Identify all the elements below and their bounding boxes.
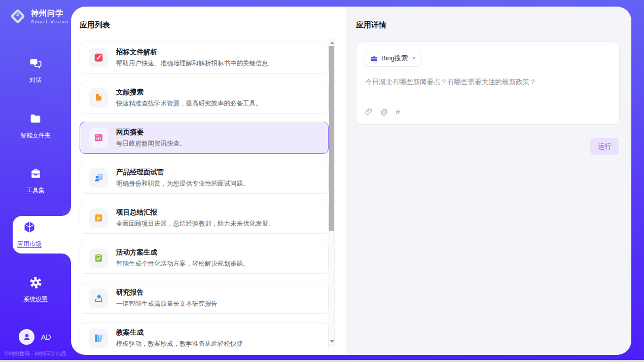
app-detail-title: 应用详情 [356,20,386,30]
app-name: 产品经理面试官 [116,168,249,177]
book-icon [89,88,108,107]
scroll-down-icon[interactable] [330,340,334,343]
main-content: 应用列表 招标文件解析 帮助用户快速、准确地理解和解析招标书中的关键信息 文献搜… [71,7,631,355]
app-desc: 每日政府新闻资讯快查。 [116,139,186,148]
app-name: 项目总结汇报 [116,208,275,217]
scroll-up-icon[interactable] [330,42,334,44]
chip-close-icon[interactable]: × [412,55,416,62]
person-icon [21,332,32,343]
prompt-card: Bing搜索 × 今日湖北有哪些新闻要点？有哪些需要关注的最新政策？ @ # [356,42,620,125]
app-desc: 模板驱动，教案秒成，教学准备从此轻松快捷 [116,340,243,348]
brand-logo: 神州问学 Smart Vision [8,7,69,26]
sidebar-item-label: 工具集 [0,186,71,195]
sidebar-item-settings[interactable]: 系统设置 [0,276,71,304]
app-card[interactable]: 教案生成 模板驱动，教案秒成，教学准备从此轻松快捷 [80,322,329,351]
app-card[interactable]: 文献搜索 快速精准查找学术资源，提高研究效率的必备工具。 [80,82,329,114]
app-desc: 明确身份和职责，为您提供专业性的面试问题。 [116,179,249,188]
app-name: 文献搜索 [116,88,262,97]
sidebar-item-chat[interactable]: 对话 [0,57,71,85]
app-card[interactable]: 招标文件解析 帮助用户快速、准确地理解和解析招标书中的关键信息 [80,42,329,74]
folder-icon [29,112,43,126]
composer-toolbar: @ # [365,107,400,116]
sidebar-item-label: 对话 [0,76,71,85]
app-name: 研究报告 [116,288,218,297]
app-desc: 帮助用户快速、准确地理解和解析招标书中的关键信息 [116,59,268,68]
app-desc: 一键智能生成高质量长文本研究报告 [116,300,218,308]
diamond-logo-icon [8,7,27,26]
sidebar: 神州问学 Smart Vision 对话 智能文件夹 工具集 应用市场 [0,0,71,362]
edit-square-icon [89,48,108,67]
brand-title: 神州问学 [31,9,69,18]
report-note-icon [89,208,108,228]
toolbox-icon [29,167,43,180]
app-card[interactable]: 网页摘要 每日政府新闻资讯快查。 [80,122,329,154]
app-list-panel: 应用列表 招标文件解析 帮助用户快速、准确地理解和解析招标书中的关键信息 文献搜… [71,7,346,355]
tool-chip-bing-search[interactable]: Bing搜索 × [365,50,421,67]
browser-code-icon [89,128,108,148]
app-list: 招标文件解析 帮助用户快速、准确地理解和解析招标书中的关键信息 文献搜索 快速精… [80,42,329,351]
app-card[interactable]: 产品经理面试官 明确身份和职责，为您提供专业性的面试问题。 [80,162,329,194]
sidebar-item-smart-folder[interactable]: 智能文件夹 [0,112,71,140]
app-name: 教案生成 [116,328,243,337]
chat-icon [29,57,43,70]
app-name: 活动方案生成 [116,248,249,257]
paperclip-icon[interactable] [365,107,373,116]
interviewer-icon [89,168,108,188]
app-card[interactable]: 研究报告 一键智能生成高质量长文本研究报告 [80,282,329,314]
app-name: 网页摘要 [116,128,186,137]
app-desc: 全面回顾项目进展，总结经验教训，助力未来优化发展。 [116,220,275,228]
tool-chip-label: Bing搜索 [381,54,408,63]
cube-icon [22,220,37,234]
clipboard-check-icon [89,248,108,268]
app-name: 招标文件解析 [116,48,268,57]
sidebar-item-label: 智能文件夹 [0,131,71,140]
scrollbar[interactable] [329,39,335,346]
user-initials: AD [41,333,51,341]
brand-subtitle: Smart Vision [31,19,69,24]
run-button[interactable]: 运行 [590,138,619,155]
sidebar-item-label: 系统设置 [0,295,71,304]
gear-icon [29,276,43,289]
research-icon [89,288,108,308]
sidebar-item-label: 应用市场 [0,240,59,248]
question-text[interactable]: 今日湖北有哪些新闻要点？有哪些需要关注的最新政策？ [365,78,611,87]
bottom-edge [0,360,644,362]
briefcase-icon [370,55,378,62]
app-desc: 智能生成个性化活动方案，轻松解决规划难题。 [116,260,249,268]
app-desc: 快速精准查找学术资源，提高研究效率的必备工具。 [116,99,262,108]
scrollbar-thumb[interactable] [329,46,334,231]
books-icon [89,329,108,348]
app-detail-panel: 应用详情 Bing搜索 × 今日湖北有哪些新闻要点？有哪些需要关注的最新政策？ … [346,7,631,355]
sidebar-item-app-market[interactable]: 应用市场 [0,220,71,248]
hashtag-icon[interactable]: # [396,107,400,116]
sidebar-footer: ©神州数码 · 神州问学出品 [0,350,71,357]
avatar [19,329,34,345]
sidebar-item-toolset[interactable]: 工具集 [0,167,71,195]
app-card[interactable]: 活动方案生成 智能生成个性化活动方案，轻松解决规划难题。 [80,242,329,274]
app-list-title: 应用列表 [80,20,110,30]
user-account[interactable]: AD [19,329,51,345]
app-card[interactable]: 项目总结汇报 全面回顾项目进展，总结经验教训，助力未来优化发展。 [80,202,329,234]
mention-icon[interactable]: @ [380,107,388,116]
